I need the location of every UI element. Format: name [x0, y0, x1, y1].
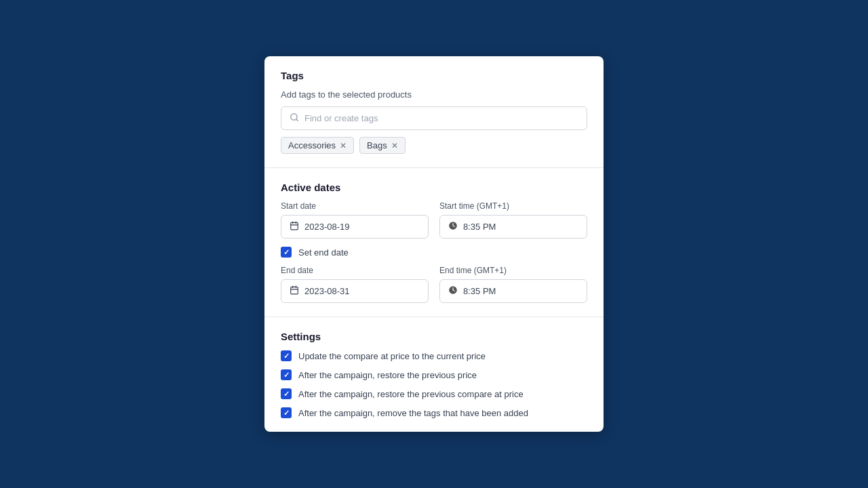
set-end-date-row: Set end date [281, 247, 587, 258]
clock-icon-start [448, 221, 458, 232]
tags-row: Accessories ✕ Bags ✕ [281, 137, 587, 154]
tag-search-wrapper [281, 106, 587, 130]
settings-section: Settings Update the compare at price to … [264, 317, 604, 432]
calendar-icon-start [290, 221, 299, 232]
end-date-input[interactable]: 2023-08-31 [281, 279, 429, 303]
set-end-date-checkbox[interactable] [281, 247, 292, 258]
setting-label-2: After the campaign, restore the previous… [298, 370, 477, 380]
calendar-icon-end [290, 285, 299, 297]
clock-icon-end [448, 285, 458, 297]
search-icon [290, 113, 299, 124]
setting-label-4: After the campaign, remove the tags that… [298, 408, 528, 418]
end-time-input[interactable]: 8:35 PM [439, 279, 587, 303]
setting-checkbox-3[interactable] [281, 388, 292, 399]
tag-chip-accessories: Accessories ✕ [281, 137, 354, 154]
end-date-label: End date [281, 266, 429, 275]
modal-container: Tags Add tags to the selected products A… [264, 56, 604, 432]
tags-subtitle: Add tags to the selected products [281, 89, 587, 100]
active-dates-title: Active dates [281, 182, 587, 193]
setting-label-3: After the campaign, restore the previous… [298, 389, 524, 399]
dates-grid: Start date 2023-08-19 Start time ( [281, 201, 587, 239]
svg-line-1 [296, 119, 298, 121]
end-date-value: 2023-08-31 [304, 286, 350, 296]
end-time-field: End time (GMT+1) 8:35 PM [439, 266, 587, 303]
tags-section: Tags Add tags to the selected products A… [264, 56, 604, 168]
setting-item-3: After the campaign, restore the previous… [281, 388, 587, 399]
start-date-label: Start date [281, 201, 429, 211]
setting-checkbox-2[interactable] [281, 369, 292, 380]
tag-remove-bags[interactable]: ✕ [391, 142, 398, 150]
setting-label-1: Update the compare at price to the curre… [298, 351, 486, 361]
start-date-value: 2023-08-19 [304, 222, 350, 232]
end-date-field: End date 2023-08-31 [281, 266, 429, 303]
start-time-value: 8:35 PM [463, 222, 496, 232]
tag-label-accessories: Accessories [288, 140, 336, 150]
setting-checkbox-1[interactable] [281, 350, 292, 361]
tags-title: Tags [281, 70, 587, 81]
setting-item-1: Update the compare at price to the curre… [281, 350, 587, 361]
active-dates-section: Active dates Start date 2023-08-19 [264, 168, 604, 317]
tag-search-input[interactable] [304, 113, 578, 123]
start-time-field: Start time (GMT+1) 8:35 PM [439, 201, 587, 239]
tag-chip-bags: Bags ✕ [359, 137, 406, 154]
svg-rect-7 [291, 287, 298, 294]
setting-item-2: After the campaign, restore the previous… [281, 369, 587, 380]
setting-item-4: After the campaign, remove the tags that… [281, 407, 587, 418]
end-dates-grid: End date 2023-08-31 End time (GMT+ [281, 266, 587, 303]
start-date-field: Start date 2023-08-19 [281, 201, 429, 239]
set-end-date-label: Set end date [298, 247, 349, 258]
start-time-label: Start time (GMT+1) [439, 201, 587, 211]
end-time-value: 8:35 PM [463, 286, 496, 296]
setting-checkbox-4[interactable] [281, 407, 292, 418]
settings-title: Settings [281, 331, 587, 342]
tag-remove-accessories[interactable]: ✕ [340, 142, 347, 150]
end-time-label: End time (GMT+1) [439, 266, 587, 275]
start-time-input[interactable]: 8:35 PM [439, 215, 587, 239]
tag-label-bags: Bags [367, 140, 387, 150]
start-date-input[interactable]: 2023-08-19 [281, 215, 429, 239]
svg-rect-2 [291, 222, 298, 230]
